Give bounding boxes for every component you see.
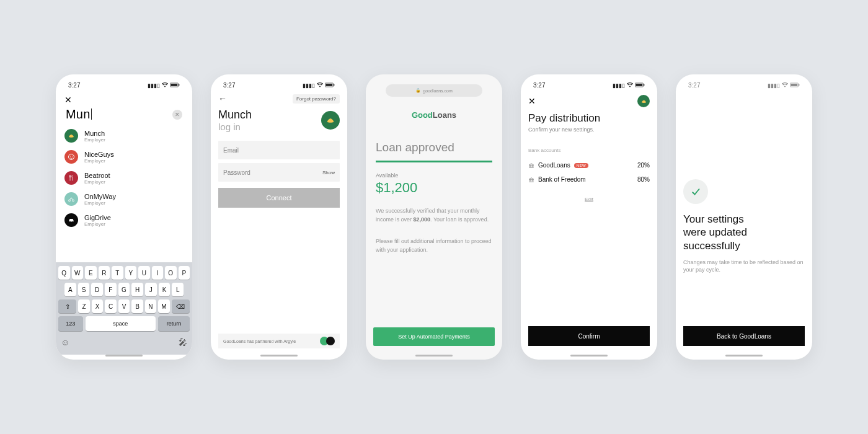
mic-icon[interactable]: 🎤︎: [179, 337, 187, 347]
back-arrow-icon[interactable]: ←: [218, 94, 227, 104]
key-r[interactable]: R: [99, 266, 110, 280]
employer-item[interactable]: BeatrootEmployer: [63, 167, 185, 188]
clear-search-icon[interactable]: ✕: [172, 110, 182, 120]
key-x[interactable]: X: [92, 299, 103, 313]
partner-banner: GoodLoans has partnered with Argyle: [218, 334, 340, 348]
employer-item[interactable]: GigDriveEmployer: [63, 210, 185, 231]
battery-icon: [170, 82, 180, 89]
home-indicator[interactable]: [415, 355, 453, 356]
space-key[interactable]: space: [86, 316, 156, 331]
account-pct: 80%: [637, 176, 650, 183]
shift-key[interactable]: ⇧: [58, 299, 76, 313]
browser-url-bar[interactable]: 🔒 goodloans.com: [386, 84, 482, 97]
connect-button[interactable]: Connect: [218, 188, 340, 208]
key-g[interactable]: G: [118, 283, 130, 296]
emoji-icon[interactable]: ☺: [61, 337, 69, 347]
key-i[interactable]: I: [152, 266, 164, 280]
confirm-button[interactable]: Confirm: [528, 326, 650, 346]
svg-point-4: [70, 156, 71, 157]
employer-icon: [64, 213, 78, 227]
account-name: GoodLoans: [538, 162, 570, 169]
screen-success: 3:27 ▮▮▮▯ Your settings were updated suc…: [676, 74, 812, 360]
key-z[interactable]: Z: [78, 299, 89, 313]
email-field[interactable]: Email: [218, 141, 340, 159]
account-row[interactable]: Bank of Freedom80%: [528, 172, 650, 187]
back-to-goodloans-button[interactable]: Back to GoodLoans: [683, 326, 805, 346]
success-title: Your settings were updated successfully: [683, 204, 805, 252]
svg-point-9: [72, 221, 73, 223]
employer-item[interactable]: MunchEmployer: [63, 125, 185, 146]
svg-point-8: [69, 221, 71, 223]
argyle-icon: [326, 337, 335, 345]
key-j[interactable]: J: [145, 283, 157, 296]
key-k[interactable]: K: [159, 283, 170, 296]
key-w[interactable]: W: [72, 266, 84, 280]
key-h[interactable]: H: [131, 283, 143, 296]
show-password-button[interactable]: Show: [322, 170, 335, 175]
employer-icon: [64, 150, 78, 164]
key-e[interactable]: E: [85, 266, 97, 280]
edit-link[interactable]: Edit: [528, 187, 650, 202]
close-icon[interactable]: ✕: [528, 94, 536, 108]
key-q[interactable]: Q: [58, 266, 70, 280]
status-time: 3:27: [68, 82, 80, 89]
battery-icon: [325, 82, 335, 89]
status-icons: ▮▮▮▯: [613, 82, 645, 89]
key-o[interactable]: O: [165, 266, 177, 280]
munch-logo-icon: [637, 95, 650, 107]
return-key[interactable]: return: [158, 316, 190, 331]
employer-item[interactable]: NiceGuysEmployer: [63, 146, 185, 167]
employer-name: OnMyWay: [84, 193, 116, 200]
home-indicator[interactable]: [725, 355, 763, 356]
home-indicator[interactable]: [570, 355, 608, 356]
status-icons: ▮▮▮▯: [303, 82, 335, 89]
loan-approved-title: Loan approved: [376, 141, 492, 154]
password-field[interactable]: Password Show: [218, 163, 340, 182]
employer-sub: Employer: [84, 137, 105, 143]
screen-loan-approved: 🔒 goodloans.com GoodLoans Loan approved …: [366, 74, 502, 360]
search-value: Mun: [66, 107, 91, 121]
lock-icon: 🔒: [415, 88, 421, 93]
progress-bar: [376, 161, 492, 162]
employer-item[interactable]: OnMyWayEmployer: [63, 188, 185, 210]
key-v[interactable]: V: [118, 299, 130, 313]
key-s[interactable]: S: [78, 283, 90, 296]
account-pct: 20%: [637, 162, 650, 169]
key-c[interactable]: C: [105, 299, 116, 313]
key-u[interactable]: U: [138, 266, 150, 280]
key-d[interactable]: D: [91, 283, 103, 296]
svg-rect-14: [636, 84, 642, 86]
login-title: Munch: [218, 108, 252, 122]
backspace-key[interactable]: ⌫: [172, 299, 190, 313]
key-m[interactable]: M: [158, 299, 169, 313]
svg-rect-11: [326, 84, 332, 86]
section-label: Bank accounts: [528, 148, 650, 158]
status-time: 3:27: [533, 82, 545, 89]
status-bar: 3:27 ▮▮▮▯: [528, 81, 650, 92]
battery-icon: [635, 82, 645, 89]
key-b[interactable]: B: [131, 299, 143, 313]
key-f[interactable]: F: [105, 283, 117, 296]
account-row[interactable]: GoodLoansNEW20%: [528, 158, 650, 172]
home-indicator[interactable]: [260, 355, 298, 356]
forgot-password-button[interactable]: Forgot password?: [293, 94, 340, 104]
key-p[interactable]: P: [179, 266, 190, 280]
home-indicator[interactable]: [105, 355, 143, 356]
key-y[interactable]: Y: [125, 266, 137, 280]
key-n[interactable]: N: [145, 299, 156, 313]
employer-name: Beatroot: [84, 172, 110, 179]
svg-point-3: [69, 154, 74, 160]
search-input[interactable]: Mun: [66, 107, 92, 122]
numbers-key[interactable]: 123: [58, 316, 83, 331]
key-a[interactable]: A: [64, 283, 76, 296]
employer-sub: Employer: [84, 200, 116, 206]
pay-distribution-title: Pay distribution: [528, 110, 650, 125]
employer-name: GigDrive: [84, 214, 111, 221]
wifi-icon: [782, 82, 788, 89]
key-l[interactable]: L: [172, 283, 184, 296]
status-time: 3:27: [223, 82, 235, 89]
munch-logo-icon: [321, 111, 340, 130]
close-icon[interactable]: ✕: [64, 92, 184, 107]
key-t[interactable]: T: [112, 266, 123, 280]
setup-payments-button[interactable]: Set Up Automated Payments: [373, 327, 495, 346]
